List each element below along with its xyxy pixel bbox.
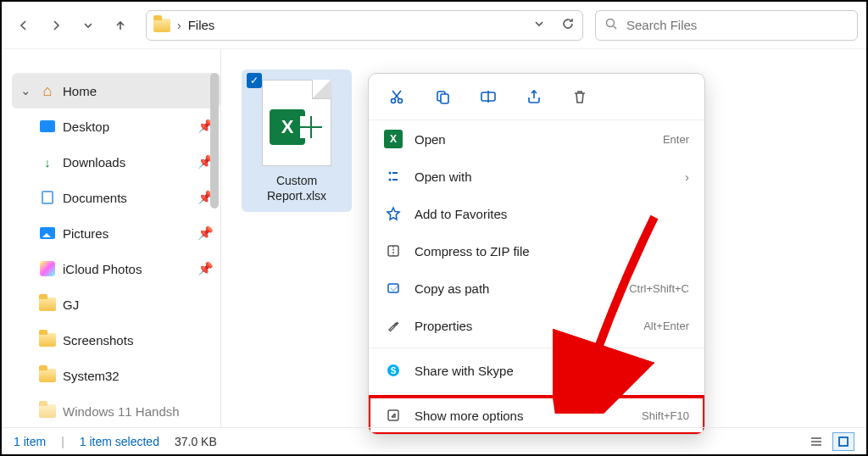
details-view-button[interactable]	[805, 432, 827, 451]
sidebar-item-win11[interactable]: Windows 11 Handsh	[12, 393, 220, 429]
ctx-label: Compress to ZIP file	[415, 244, 530, 259]
desktop-icon	[39, 119, 56, 134]
icons-view-button[interactable]	[832, 432, 854, 451]
status-selected: 1 item selected	[80, 435, 159, 448]
breadcrumb-current[interactable]: Files	[188, 18, 215, 32]
sidebar-item-label: Downloads	[63, 155, 125, 170]
wrench-icon	[384, 316, 403, 335]
ctx-label: Copy as path	[415, 281, 489, 296]
sidebar: ⌄ ⌂ Home Desktop 📌 ↓ Downloads 📌 Documen…	[2, 49, 220, 427]
ctx-shortcut: Enter	[663, 133, 689, 146]
file-item[interactable]: ✓ X Custom Report.xlsx	[242, 70, 352, 212]
sidebar-item-label: Windows 11 Handsh	[63, 404, 180, 419]
ctx-shortcut: Ctrl+Shift+C	[629, 282, 689, 295]
sidebar-item-gj[interactable]: GJ	[12, 286, 220, 322]
ctx-label: Open with	[415, 170, 472, 184]
ctx-label: Add to Favorites	[415, 207, 507, 221]
context-menu: X Open Enter Open with › Add to Favorite…	[368, 73, 705, 435]
pin-icon: 📌	[198, 261, 214, 276]
folder-icon	[39, 332, 56, 348]
zip-icon	[384, 242, 403, 260]
sidebar-item-desktop[interactable]: Desktop 📌	[12, 108, 220, 144]
up-button[interactable]	[107, 12, 134, 39]
ctx-open-with[interactable]: Open with ›	[369, 158, 704, 195]
copy-path-icon	[384, 279, 403, 298]
file-name-line1: Custom	[245, 173, 348, 188]
show-more-icon	[384, 406, 403, 425]
sidebar-item-label: GJ	[63, 298, 79, 312]
recent-dropdown-button[interactable]	[75, 12, 102, 39]
status-item-count: 1 item	[14, 435, 46, 448]
sidebar-item-pictures[interactable]: Pictures 📌	[12, 215, 220, 251]
back-button[interactable]	[10, 12, 37, 39]
sidebar-item-label: iCloud Photos	[63, 262, 142, 276]
svg-point-6	[389, 172, 392, 175]
folder-icon	[153, 19, 170, 32]
sidebar-item-screenshots[interactable]: Screenshots	[12, 322, 220, 358]
ctx-share-skype[interactable]: S Share with Skype	[369, 352, 704, 389]
cut-icon[interactable]	[386, 86, 408, 108]
chevron-right-icon: ›	[685, 170, 689, 184]
sidebar-item-label: Documents	[63, 191, 127, 205]
toolbar: › Files	[2, 2, 866, 49]
open-with-icon	[384, 167, 403, 186]
folder-icon	[39, 403, 56, 419]
file-name-line2: Report.xlsx	[245, 188, 348, 203]
status-size: 37.0 KB	[175, 435, 217, 448]
search-icon	[604, 17, 618, 34]
ctx-label: Properties	[415, 319, 472, 333]
sidebar-item-downloads[interactable]: ↓ Downloads 📌	[12, 144, 220, 180]
ctx-shortcut: Alt+Enter	[643, 320, 689, 332]
ctx-label: Open	[415, 132, 446, 147]
forward-button[interactable]	[42, 12, 70, 39]
ctx-properties[interactable]: Properties Alt+Enter	[369, 307, 704, 344]
refresh-button[interactable]	[560, 16, 576, 35]
sidebar-item-label: Desktop	[63, 120, 109, 134]
excel-file-icon: X	[262, 80, 331, 166]
selected-check-icon[interactable]: ✓	[247, 73, 262, 88]
folder-icon	[39, 368, 56, 383]
downloads-icon: ↓	[39, 154, 56, 170]
search-input[interactable]	[626, 18, 849, 32]
sidebar-item-label: System32	[63, 369, 120, 383]
delete-icon[interactable]	[569, 86, 591, 108]
ctx-add-favorites[interactable]: Add to Favorites	[369, 195, 704, 232]
search-box[interactable]	[595, 10, 858, 41]
home-icon: ⌂	[39, 83, 56, 98]
share-icon[interactable]	[523, 86, 545, 108]
ctx-label: Show more options	[415, 409, 523, 423]
sidebar-item-documents[interactable]: Documents 📌	[12, 180, 220, 215]
sidebar-item-label: Screenshots	[63, 333, 133, 348]
chevron-down-icon: ⌄	[19, 83, 32, 98]
folder-icon	[39, 297, 56, 312]
sidebar-item-home[interactable]: ⌄ ⌂ Home	[12, 73, 220, 108]
status-bar: 1 item | 1 item selected 37.0 KB	[2, 427, 866, 454]
pin-icon: 📌	[198, 225, 214, 241]
svg-point-7	[389, 179, 392, 181]
ctx-shortcut: Shift+F10	[642, 409, 689, 422]
ctx-compress[interactable]: Compress to ZIP file	[369, 232, 704, 270]
address-bar[interactable]: › Files	[146, 10, 583, 41]
sidebar-item-label: Pictures	[63, 226, 108, 241]
ctx-label: Share with Skype	[415, 364, 514, 378]
svg-point-0	[607, 19, 615, 26]
ctx-copy-path[interactable]: Copy as path Ctrl+Shift+C	[369, 270, 704, 307]
ctx-open[interactable]: X Open Enter	[369, 120, 704, 158]
svg-rect-4	[441, 94, 448, 103]
address-dropdown-icon[interactable]	[533, 18, 545, 33]
rename-icon[interactable]	[477, 86, 499, 108]
pictures-icon	[39, 225, 56, 241]
icloud-photos-icon	[39, 261, 56, 276]
star-icon	[384, 204, 403, 223]
sidebar-item-icloud[interactable]: iCloud Photos 📌	[12, 251, 220, 286]
documents-icon	[39, 190, 56, 205]
skype-icon: S	[384, 361, 403, 380]
svg-text:S: S	[391, 366, 397, 375]
sidebar-item-label: Home	[63, 84, 97, 98]
excel-icon: X	[384, 130, 403, 148]
svg-rect-13	[839, 437, 848, 446]
breadcrumb-chevron-icon: ›	[177, 19, 181, 32]
copy-icon[interactable]	[431, 86, 453, 108]
sidebar-item-system32[interactable]: System32	[12, 358, 220, 393]
sidebar-scrollbar[interactable]	[210, 73, 219, 209]
